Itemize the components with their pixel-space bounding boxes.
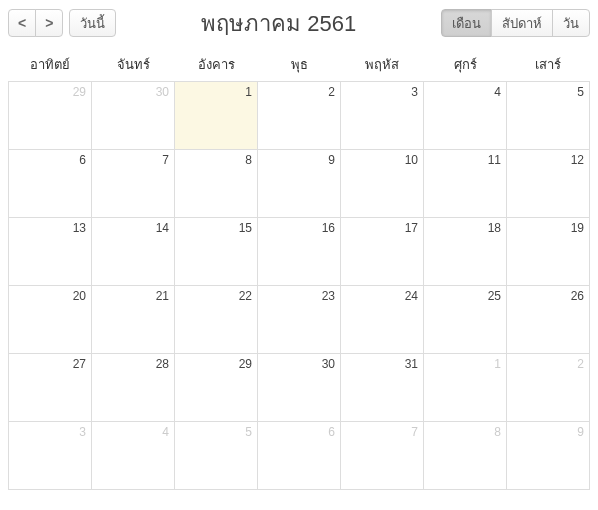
calendar-week: 6789101112 bbox=[9, 150, 590, 218]
calendar-day[interactable]: 1 bbox=[424, 354, 507, 422]
view-week-button[interactable]: สัปดาห์ bbox=[491, 9, 553, 37]
calendar-day[interactable]: 29 bbox=[9, 82, 92, 150]
calendar-week: 20212223242526 bbox=[9, 286, 590, 354]
calendar-day[interactable]: 11 bbox=[424, 150, 507, 218]
calendar-day[interactable]: 24 bbox=[341, 286, 424, 354]
calendar-day[interactable]: 7 bbox=[341, 422, 424, 490]
calendar-day[interactable]: 28 bbox=[92, 354, 175, 422]
calendar-day[interactable]: 3 bbox=[341, 82, 424, 150]
day-header: ศุกร์ bbox=[424, 48, 507, 82]
calendar-day[interactable]: 4 bbox=[92, 422, 175, 490]
calendar-day[interactable]: 7 bbox=[92, 150, 175, 218]
calendar-week: 3456789 bbox=[9, 422, 590, 490]
calendar-day[interactable]: 15 bbox=[175, 218, 258, 286]
calendar-day[interactable]: 3 bbox=[9, 422, 92, 490]
day-header: อังคาร bbox=[175, 48, 258, 82]
calendar-day[interactable]: 25 bbox=[424, 286, 507, 354]
calendar-day[interactable]: 26 bbox=[507, 286, 590, 354]
view-buttons: เดือน สัปดาห์ วัน bbox=[441, 9, 590, 37]
calendar-day[interactable]: 9 bbox=[258, 150, 341, 218]
calendar-day[interactable]: 2 bbox=[258, 82, 341, 150]
calendar-day[interactable]: 20 bbox=[9, 286, 92, 354]
calendar-day[interactable]: 23 bbox=[258, 286, 341, 354]
calendar-grid: อาทิตย์จันทร์อังคารพุธพฤหัสศุกร์เสาร์ 29… bbox=[8, 48, 590, 490]
calendar-day[interactable]: 5 bbox=[175, 422, 258, 490]
calendar-day[interactable]: 30 bbox=[258, 354, 341, 422]
calendar-toolbar: < > วันนี้ พฤษภาคม 2561 เดือน สัปดาห์ วั… bbox=[8, 8, 590, 38]
calendar-day[interactable]: 22 bbox=[175, 286, 258, 354]
calendar-day[interactable]: 29 bbox=[175, 354, 258, 422]
calendar-day[interactable]: 27 bbox=[9, 354, 92, 422]
nav-buttons: < > bbox=[8, 9, 63, 37]
calendar-day[interactable]: 18 bbox=[424, 218, 507, 286]
calendar-day[interactable]: 1 bbox=[175, 82, 258, 150]
calendar-day[interactable]: 12 bbox=[507, 150, 590, 218]
calendar-day[interactable]: 6 bbox=[258, 422, 341, 490]
view-day-button[interactable]: วัน bbox=[552, 9, 590, 37]
calendar-day[interactable]: 16 bbox=[258, 218, 341, 286]
view-month-button[interactable]: เดือน bbox=[441, 9, 492, 37]
calendar-day[interactable]: 9 bbox=[507, 422, 590, 490]
calendar-day[interactable]: 4 bbox=[424, 82, 507, 150]
calendar-week: 13141516171819 bbox=[9, 218, 590, 286]
today-button[interactable]: วันนี้ bbox=[69, 9, 116, 37]
calendar-day[interactable]: 8 bbox=[175, 150, 258, 218]
calendar-day[interactable]: 10 bbox=[341, 150, 424, 218]
day-header: พุธ bbox=[258, 48, 341, 82]
calendar-day[interactable]: 19 bbox=[507, 218, 590, 286]
calendar-title: พฤษภาคม 2561 bbox=[116, 6, 441, 41]
calendar-day[interactable]: 8 bbox=[424, 422, 507, 490]
day-header: พฤหัส bbox=[341, 48, 424, 82]
calendar-day[interactable]: 31 bbox=[341, 354, 424, 422]
calendar-day[interactable]: 5 bbox=[507, 82, 590, 150]
calendar-day[interactable]: 2 bbox=[507, 354, 590, 422]
day-header: อาทิตย์ bbox=[9, 48, 92, 82]
day-header: เสาร์ bbox=[507, 48, 590, 82]
day-header: จันทร์ bbox=[92, 48, 175, 82]
next-button[interactable]: > bbox=[35, 9, 63, 37]
calendar-day[interactable]: 6 bbox=[9, 150, 92, 218]
calendar-day[interactable]: 17 bbox=[341, 218, 424, 286]
calendar-week: 272829303112 bbox=[9, 354, 590, 422]
prev-button[interactable]: < bbox=[8, 9, 36, 37]
calendar-day[interactable]: 14 bbox=[92, 218, 175, 286]
calendar-day[interactable]: 13 bbox=[9, 218, 92, 286]
calendar-day[interactable]: 21 bbox=[92, 286, 175, 354]
calendar-week: 293012345 bbox=[9, 82, 590, 150]
calendar-day[interactable]: 30 bbox=[92, 82, 175, 150]
